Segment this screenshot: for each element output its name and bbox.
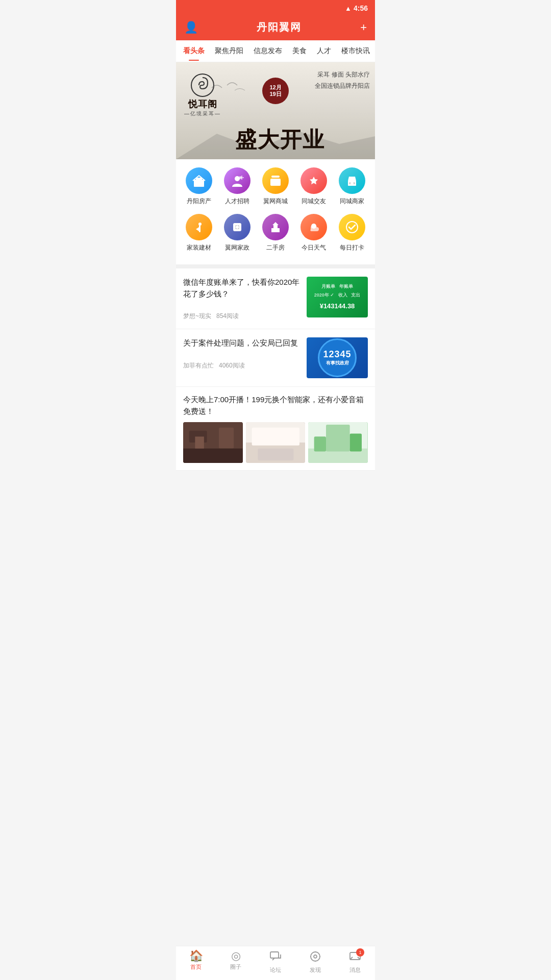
tab-food[interactable]: 美食 [287, 41, 312, 61]
section-divider [176, 264, 375, 268]
banner-right-text-1: 采耳 修面 头部水疗 [315, 69, 370, 81]
icon-label-property: 丹阳房产 [187, 197, 211, 206]
svg-rect-34 [350, 433, 362, 451]
news-reads-2: 4060阅读 [219, 361, 245, 370]
news-reads-1: 854阅读 [216, 312, 239, 321]
news-list: 微信年度账单来了，快看你2020年花了多少钱？ 梦想~现实 854阅读 月账单 … [176, 268, 375, 471]
svg-rect-32 [326, 425, 350, 452]
banner-logo-sub: —亿境采耳— [184, 110, 221, 117]
icon-merchant[interactable]: 同城商家 [334, 167, 370, 206]
svg-rect-3 [196, 178, 202, 182]
news-item-1-text: 微信年度账单来了，快看你2020年花了多少钱？ 梦想~现实 854阅读 [183, 277, 300, 321]
icon-social[interactable]: 同城交友 [296, 167, 332, 206]
icon-label-mall: 翼网商城 [263, 197, 288, 206]
icon-label-homeservice: 翼网家政 [225, 243, 249, 252]
mall-icon [262, 167, 289, 194]
icon-secondhand[interactable]: 二手房 [258, 214, 293, 252]
merchant-icon [339, 167, 365, 194]
news-images-row [183, 422, 368, 470]
news-meta-1: 梦想~现实 854阅读 [183, 312, 300, 321]
checkin-icon [339, 214, 365, 240]
wifi-icon: ▲ [345, 5, 352, 12]
status-icons: ▲ [345, 5, 352, 12]
svg-rect-23 [219, 428, 234, 449]
icon-row-1: 丹阳房产 人才招聘 翼网商城 同城交友 [180, 167, 371, 206]
icon-danyang-property[interactable]: 丹阳房产 [181, 167, 217, 206]
svg-rect-7 [271, 176, 280, 178]
svg-point-20 [346, 222, 358, 233]
icon-recruitment[interactable]: 人才招聘 [219, 167, 255, 206]
banner[interactable]: 悦耳阁 —亿境采耳— 12月 19日 盛大开业 采耳 修面 头部水疗 全国连锁品… [176, 62, 375, 159]
icon-label-social: 同城交友 [302, 197, 326, 206]
gov-hotline-circle: 12345 有事找政府 [318, 338, 357, 377]
banner-birds-icon [207, 78, 247, 98]
news-item-3[interactable]: 今天晚上7:00开播！199元换个智能家，还有小爱音箱免费送！ [176, 387, 375, 471]
add-icon[interactable]: + [360, 21, 367, 34]
nav-tabs: 看头条 聚焦丹阳 信息发布 美食 人才 楼市快讯 翼网优选 ☰ [176, 40, 375, 62]
icon-mall[interactable]: 翼网商城 [258, 167, 293, 206]
banner-right-text: 采耳 修面 头部水疗 全国连锁品牌丹阳店 [315, 69, 370, 91]
banner-month: 12月 [269, 84, 281, 91]
wechat-amount: ¥143144.38 [314, 302, 361, 311]
news-thumb-1: 月账单 年账单 2020年 ✓ 收入 支出 ¥143144.38 [307, 277, 368, 317]
icon-label-decor: 家装建材 [187, 243, 211, 252]
svg-rect-25 [195, 436, 204, 448]
tab-info[interactable]: 信息发布 [248, 41, 287, 61]
icon-decor[interactable]: 家装建材 [181, 214, 217, 252]
news-meta-2: 加菲有点忙 4060阅读 [183, 361, 300, 370]
tab-property[interactable]: 楼市快讯 [336, 41, 375, 61]
social-icon [300, 167, 327, 194]
news-image-3 [308, 422, 368, 463]
app-header: 👤 丹阳翼网 + [176, 16, 375, 40]
news-author-1: 梦想~现实 [183, 312, 211, 321]
decor-icon [186, 214, 212, 240]
banner-date-circle: 12月 19日 [262, 78, 289, 104]
icon-grid: 丹阳房产 人才招聘 翼网商城 同城交友 [176, 159, 375, 264]
news-image-1 [183, 422, 243, 463]
status-bar: ▲ 4:56 [176, 0, 375, 16]
svg-rect-28 [252, 428, 299, 446]
news-image-2 [246, 422, 306, 463]
icon-label-recruitment: 人才招聘 [225, 197, 249, 206]
news-item-2-text: 关于案件处理问题，公安局已回复 加菲有点忙 4060阅读 [183, 337, 300, 370]
banner-mountain-icon [176, 129, 375, 159]
icon-label-weather: 今日天气 [302, 243, 326, 252]
status-time: 4:56 [354, 4, 368, 12]
homeservice-icon [224, 214, 251, 240]
weather-icon [300, 214, 327, 240]
svg-marker-1 [176, 131, 375, 159]
svg-rect-16 [199, 225, 201, 232]
wechat-thumb-image: 月账单 年账单 2020年 ✓ 收入 支出 ¥143144.38 [307, 277, 368, 317]
news-title-2: 关于案件处理问题，公安局已回复 [183, 337, 300, 349]
property-icon [186, 167, 212, 194]
icon-label-checkin: 每日打卡 [340, 243, 364, 252]
user-icon[interactable]: 👤 [184, 21, 198, 34]
banner-logo-text: 悦耳阁 [188, 98, 217, 110]
app-title: 丹阳翼网 [257, 20, 302, 34]
banner-right-text-2: 全国连锁品牌丹阳店 [315, 81, 370, 92]
svg-rect-33 [314, 436, 326, 451]
news-thumb-2: 12345 有事找政府 [307, 337, 368, 378]
recruitment-icon [224, 167, 251, 194]
secondhand-icon [262, 214, 289, 240]
gov-thumb-image: 12345 有事找政府 [307, 337, 368, 378]
icon-label-merchant: 同城商家 [340, 197, 364, 206]
svg-rect-4 [197, 183, 199, 187]
gov-slogan: 有事找政府 [326, 360, 349, 366]
icon-homeservice[interactable]: 翼网家政 [219, 214, 255, 252]
tab-talent[interactable]: 人才 [312, 41, 336, 61]
news-item-2[interactable]: 关于案件处理问题，公安局已回复 加菲有点忙 4060阅读 12345 有事找政府 [176, 329, 375, 387]
news-author-2: 加菲有点忙 [183, 361, 214, 370]
news-title-1: 微信年度账单来了，快看你2020年花了多少钱？ [183, 277, 300, 300]
icon-checkin[interactable]: 每日打卡 [334, 214, 370, 252]
svg-rect-24 [183, 449, 243, 463]
icon-row-2: 家装建材 翼网家政 二手房 今日天气 [180, 214, 371, 252]
gov-number: 12345 [323, 349, 351, 360]
banner-day: 19日 [269, 91, 281, 97]
svg-rect-29 [258, 449, 293, 460]
tab-focus-danyang[interactable]: 聚焦丹阳 [210, 41, 248, 61]
icon-weather[interactable]: 今日天气 [296, 214, 332, 252]
icon-label-secondhand: 二手房 [266, 243, 285, 252]
news-item-1[interactable]: 微信年度账单来了，快看你2020年花了多少钱？ 梦想~现实 854阅读 月账单 … [176, 268, 375, 329]
tab-headlines[interactable]: 看头条 [178, 41, 210, 61]
